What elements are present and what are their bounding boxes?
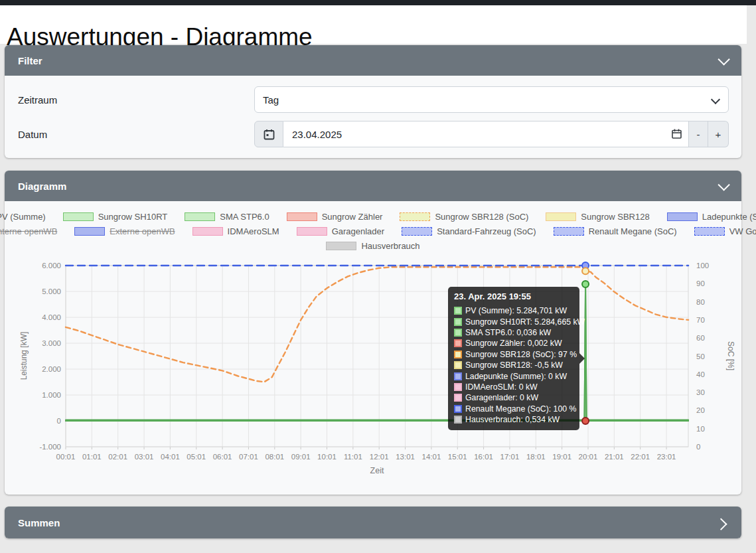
- svg-text:03:01: 03:01: [135, 453, 154, 461]
- legend-label: Garagenlader: [332, 226, 385, 236]
- datum-row: Datum: [18, 121, 729, 147]
- diagram-panel-header[interactable]: Diagramm: [5, 171, 741, 201]
- date-input[interactable]: [283, 121, 688, 147]
- tooltip-text: Garagenlader: 0 kW: [465, 393, 538, 402]
- svg-text:-1.000: -1.000: [39, 443, 61, 451]
- tooltip-text: Sungrow SBR128: -0,5 kW: [465, 360, 563, 370]
- tooltip-row: IDMAeroSLM: 0 kW: [454, 382, 573, 392]
- tooltip-row: Sungrow Zähler: 0,002 kW: [454, 338, 573, 349]
- svg-text:10:01: 10:01: [317, 453, 337, 461]
- svg-text:5.000: 5.000: [42, 287, 61, 295]
- chart-legend: PV (Summe)Sungrow SH10RTSMA STP6.0Sungro…: [5, 209, 741, 253]
- tooltip-color-box: [454, 405, 462, 413]
- tooltip-text: Sungrow Zähler: 0,002 kW: [465, 339, 562, 348]
- svg-text:Zeit: Zeit: [370, 466, 384, 475]
- legend-item[interactable]: Sungrow SBR128 (SoC): [400, 212, 528, 222]
- tooltip-row: Garagenlader: 0 kW: [454, 392, 573, 403]
- tooltip-text: PV (Summe): 5.284,701 kW: [465, 306, 567, 315]
- svg-text:02:01: 02:01: [108, 453, 127, 461]
- legend-item[interactable]: Ladepunkte (Summe): [667, 212, 756, 222]
- legend-item[interactable]: Renault Megane (SoC): [554, 226, 677, 236]
- legend-color-box: [297, 227, 327, 236]
- tooltip-row: Sungrow SBR128: -0,5 kW: [454, 360, 573, 370]
- legend-label: Sungrow SBR128: [581, 212, 649, 222]
- legend-item[interactable]: Sungrow SH10RT: [63, 212, 168, 222]
- svg-text:23:01: 23:01: [657, 453, 676, 461]
- legend-color-box: [667, 212, 698, 221]
- tooltip-arrow: [579, 353, 585, 364]
- tooltip-row: PV (Summe): 5.284,701 kW: [454, 305, 573, 316]
- legend-item[interactable]: Standard-Fahrzeug (SoC): [402, 226, 536, 236]
- svg-text:40: 40: [696, 370, 705, 378]
- legend-item[interactable]: Interne openWB: [0, 226, 57, 236]
- svg-text:12:01: 12:01: [370, 453, 389, 461]
- tooltip-color-box: [454, 361, 462, 369]
- svg-text:90: 90: [696, 279, 705, 287]
- tooltip-color-box: [454, 383, 462, 391]
- legend-label: IDMAeroSLM: [228, 226, 279, 236]
- legend-color-box: [287, 212, 317, 221]
- legend-item[interactable]: Hausverbrauch: [326, 241, 419, 251]
- tooltip-color-box: [454, 372, 462, 380]
- diagram-panel-title: Diagramm: [18, 181, 66, 192]
- svg-text:3.000: 3.000: [42, 339, 61, 347]
- svg-text:0: 0: [696, 443, 700, 451]
- chevron-down-icon: [718, 53, 729, 65]
- svg-text:10: 10: [696, 425, 705, 433]
- legend-label: Sungrow Zähler: [322, 212, 383, 222]
- date-increment-button[interactable]: +: [708, 121, 729, 147]
- summen-panel-title: Summen: [18, 517, 60, 528]
- legend-label: Sungrow SBR128 (SoC): [435, 212, 528, 222]
- legend-item[interactable]: Garagenlader: [297, 226, 385, 236]
- svg-text:Leistung [kW]: Leistung [kW]: [19, 332, 29, 380]
- date-decrement-button[interactable]: -: [688, 121, 708, 147]
- legend-item[interactable]: PV (Summe): [0, 212, 46, 222]
- legend-color-box: [546, 212, 576, 221]
- legend-color-box: [185, 212, 215, 221]
- svg-text:4.000: 4.000: [42, 313, 61, 321]
- svg-text:80: 80: [696, 298, 705, 306]
- tooltip-color-box: [454, 416, 462, 424]
- zeitraum-label: Zeitraum: [18, 94, 254, 106]
- legend-item[interactable]: Sungrow SBR128: [546, 212, 649, 222]
- svg-text:SoC [%]: SoC [%]: [726, 341, 735, 370]
- tooltip-row: Hausverbrauch: 0,534 kW: [454, 414, 573, 425]
- legend-item[interactable]: Sungrow Zähler: [287, 212, 383, 222]
- legend-item[interactable]: VW Golf (SoC): [694, 226, 756, 236]
- svg-text:21:01: 21:01: [605, 453, 624, 461]
- top-navbar: [0, 0, 756, 5]
- series-sungrow-sbr128-soc-: [66, 267, 688, 382]
- svg-text:17:01: 17:01: [500, 453, 520, 461]
- filter-panel-header[interactable]: Filter: [5, 45, 741, 76]
- legend-label: Externe openWB: [110, 226, 175, 236]
- svg-text:19:01: 19:01: [552, 453, 571, 461]
- summen-panel-header[interactable]: Summen: [5, 507, 741, 538]
- legend-item[interactable]: Externe openWB: [74, 226, 175, 236]
- svg-text:08:01: 08:01: [265, 453, 284, 461]
- svg-text:04:01: 04:01: [161, 453, 180, 461]
- calendar-button[interactable]: [254, 121, 283, 147]
- legend-item[interactable]: IDMAeroSLM: [192, 226, 279, 236]
- date-picker-icon[interactable]: [672, 129, 682, 139]
- tooltip-text: SMA STP6.0: 0,036 kW: [465, 328, 551, 337]
- svg-text:100: 100: [696, 262, 709, 270]
- chart-area[interactable]: 6.0005.0004.0003.0002.0001.0000-1.000100…: [5, 253, 741, 485]
- svg-text:14:01: 14:01: [422, 453, 441, 461]
- svg-text:50: 50: [696, 353, 705, 360]
- svg-text:0: 0: [57, 417, 61, 425]
- svg-text:6.000: 6.000: [42, 262, 61, 270]
- tooltip-text: Sungrow SBR128 (SoC): 97 %: [465, 350, 577, 359]
- legend-label: Interne openWB: [0, 226, 57, 236]
- svg-text:09:01: 09:01: [291, 453, 311, 461]
- zeitraum-select[interactable]: Tag: [254, 86, 729, 113]
- calendar-icon: [264, 129, 275, 140]
- tooltip-color-box: [454, 307, 462, 315]
- legend-item[interactable]: SMA STP6.0: [185, 212, 269, 222]
- tooltip-title: 23. Apr. 2025 19:55: [454, 291, 573, 301]
- svg-text:13:01: 13:01: [396, 453, 415, 461]
- tooltip-row: Renault Megane (SoC): 100 %: [454, 404, 573, 414]
- tooltip-row: SMA STP6.0: 0,036 kW: [454, 327, 573, 338]
- svg-text:06:01: 06:01: [213, 453, 232, 461]
- series-sungrow-sh10rt: [66, 284, 688, 421]
- chart-canvas[interactable]: 6.0005.0004.0003.0002.0001.0000-1.000100…: [5, 253, 741, 485]
